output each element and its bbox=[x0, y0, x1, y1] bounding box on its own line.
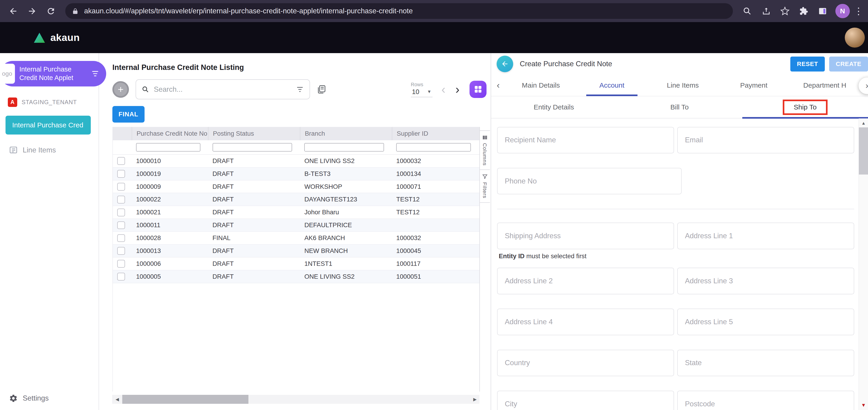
address-line-5-field[interactable] bbox=[677, 309, 854, 335]
column-header-supplier-id[interactable]: Supplier ID bbox=[392, 127, 479, 140]
table-row[interactable]: 1000006DRAFT1NTEST11000117 bbox=[113, 258, 479, 270]
country-field[interactable] bbox=[497, 350, 674, 376]
forward-icon[interactable] bbox=[23, 2, 41, 20]
column-header-purchase-credit-note-no[interactable]: Purchase Credit Note No bbox=[132, 127, 208, 140]
search-input[interactable] bbox=[154, 85, 291, 94]
row-checkbox[interactable] bbox=[117, 157, 125, 165]
column-filter-input-supplier-id[interactable] bbox=[396, 143, 471, 151]
profile-avatar[interactable]: N bbox=[835, 4, 850, 19]
reload-icon[interactable] bbox=[42, 2, 60, 20]
column-filter-input-branch[interactable] bbox=[304, 143, 384, 151]
tenant-selector[interactable]: A STAGING_TENANT bbox=[8, 97, 99, 107]
email-field[interactable] bbox=[677, 127, 854, 154]
recipient-name-field[interactable] bbox=[497, 127, 674, 154]
table-row[interactable]: 1000005DRAFTONE LIVING SS21000051 bbox=[113, 270, 479, 283]
cell-branch: ONE LIVING SS2 bbox=[300, 273, 392, 280]
columns-icon bbox=[482, 135, 488, 140]
cell-supplier-id: 1000117 bbox=[392, 260, 479, 267]
back-icon[interactable] bbox=[4, 2, 22, 20]
tab-account[interactable]: Account bbox=[577, 75, 647, 96]
column-filter-input-purchase-credit-note-no[interactable] bbox=[136, 143, 200, 151]
horizontal-scrollbar[interactable]: ◀ ▶ bbox=[113, 395, 479, 404]
user-avatar[interactable] bbox=[845, 28, 865, 48]
table-row[interactable]: 1000011DRAFTDEFAULTPRICE bbox=[113, 219, 479, 232]
back-button[interactable] bbox=[497, 56, 513, 72]
search-icon[interactable] bbox=[738, 2, 756, 20]
city-field[interactable] bbox=[497, 391, 674, 410]
share-icon[interactable] bbox=[757, 2, 775, 20]
tab-department-h[interactable]: Department H bbox=[789, 75, 860, 96]
table-row[interactable]: 1000010DRAFTONE LIVING SS21000032 bbox=[113, 155, 479, 168]
list-copy-icon[interactable] bbox=[317, 84, 327, 94]
phone-no-field[interactable] bbox=[497, 168, 682, 195]
table-row[interactable]: 1000019DRAFTB-TEST31000134 bbox=[113, 168, 479, 180]
column-filter-input-posting-status[interactable] bbox=[213, 143, 292, 151]
row-checkbox[interactable] bbox=[117, 247, 125, 255]
subtab-bill-to[interactable]: Bill To bbox=[617, 96, 742, 118]
next-page-button[interactable]: › bbox=[456, 83, 460, 95]
table-row[interactable]: 1000009DRAFTWORKSHOP1000071 bbox=[113, 180, 479, 194]
table-row[interactable]: 1000028FINALAK6 BRANCH1000032 bbox=[113, 232, 479, 245]
row-checkbox[interactable] bbox=[117, 170, 125, 178]
add-record-button[interactable] bbox=[113, 81, 129, 98]
address-line-4-field[interactable] bbox=[497, 309, 674, 335]
page-title: Internal Purchase Credit Note Listing bbox=[113, 63, 479, 72]
row-checkbox[interactable] bbox=[117, 234, 125, 242]
scroll-down-icon[interactable]: ▼ bbox=[861, 402, 866, 410]
postcode-field[interactable] bbox=[677, 391, 854, 410]
grid-view-button[interactable] bbox=[469, 81, 487, 98]
detail-tab-bar: ‹ Main DetailsAccountLine ItemsPaymentDe… bbox=[491, 75, 868, 96]
column-header-posting-status[interactable]: Posting Status bbox=[208, 127, 300, 140]
tab-line-items[interactable]: Line Items bbox=[647, 75, 718, 96]
horizontal-scroll-thumb[interactable] bbox=[122, 395, 248, 404]
extensions-puzzle-icon[interactable] bbox=[795, 2, 813, 20]
table-row[interactable]: 1000022DRAFTDAYANGTEST123TEST12 bbox=[113, 193, 479, 206]
address-line-2-field[interactable] bbox=[497, 268, 674, 294]
browser-menu-icon[interactable]: ⋮ bbox=[854, 2, 863, 20]
grid-icon bbox=[474, 85, 483, 94]
subtab-ship-to[interactable]: Ship To bbox=[742, 96, 868, 118]
tabs-scroll-left-icon[interactable]: ‹ bbox=[491, 80, 505, 90]
create-button[interactable]: CREATE bbox=[829, 57, 868, 71]
address-bar[interactable]: akaun.cloud/#/applets/tnt/wavelet/erp/in… bbox=[65, 3, 733, 19]
row-checkbox[interactable] bbox=[117, 209, 125, 216]
columns-tab[interactable]: Columns bbox=[480, 130, 490, 170]
form-field-row bbox=[497, 223, 854, 249]
bookmark-star-icon[interactable] bbox=[776, 2, 794, 20]
sidebar-item-internal-purchase-credit-note[interactable]: Internal Purchase Cred bbox=[5, 116, 91, 135]
shipping-address-field[interactable] bbox=[497, 223, 674, 249]
row-checkbox[interactable] bbox=[117, 222, 125, 229]
previous-page-button[interactable]: ‹ bbox=[441, 83, 445, 95]
applet-menu-icon[interactable] bbox=[91, 69, 100, 78]
state-field[interactable] bbox=[677, 350, 854, 376]
applet-switcher-button[interactable]: ogo Internal Purchase Credit Note Applet bbox=[0, 61, 106, 86]
rows-per-page-select[interactable]: Rows 10▼ bbox=[411, 82, 433, 97]
scroll-right-icon[interactable]: ▶ bbox=[470, 397, 479, 402]
reset-button[interactable]: RESET bbox=[790, 57, 825, 71]
subtab-entity-details[interactable]: Entity Details bbox=[491, 96, 617, 118]
row-checkbox[interactable] bbox=[117, 183, 125, 191]
scroll-left-icon[interactable]: ◀ bbox=[113, 397, 122, 402]
vertical-scroll-thumb[interactable] bbox=[859, 127, 868, 175]
search-box[interactable] bbox=[135, 79, 310, 99]
row-checkbox[interactable] bbox=[117, 260, 125, 268]
sidebar-settings[interactable]: Settings bbox=[9, 394, 49, 403]
table-row[interactable]: 1000013DRAFTNEW BRANCH1000045 bbox=[113, 245, 479, 258]
sidebar-item-line-items[interactable]: Line Items bbox=[9, 146, 99, 154]
side-panel-icon[interactable] bbox=[814, 2, 832, 20]
tab-main-details[interactable]: Main Details bbox=[505, 75, 577, 96]
cell-branch: B-TEST3 bbox=[300, 170, 392, 178]
address-line-1-field[interactable] bbox=[677, 223, 854, 249]
filters-tab[interactable]: Filters bbox=[480, 170, 490, 203]
row-checkbox[interactable] bbox=[117, 273, 125, 281]
filter-icon[interactable] bbox=[296, 85, 304, 94]
scroll-up-icon[interactable]: ▲ bbox=[861, 118, 866, 127]
final-status-chip[interactable]: FINAL bbox=[113, 106, 145, 123]
akaun-logo[interactable]: akaun bbox=[33, 32, 80, 43]
row-checkbox[interactable] bbox=[117, 196, 125, 204]
tab-payment[interactable]: Payment bbox=[718, 75, 789, 96]
column-header-branch[interactable]: Branch bbox=[300, 127, 392, 140]
vertical-scrollbar[interactable]: ▲ ▼ bbox=[859, 118, 868, 410]
address-line-3-field[interactable] bbox=[677, 268, 854, 294]
table-row[interactable]: 1000021DRAFTJohor BharuTEST12 bbox=[113, 206, 479, 219]
